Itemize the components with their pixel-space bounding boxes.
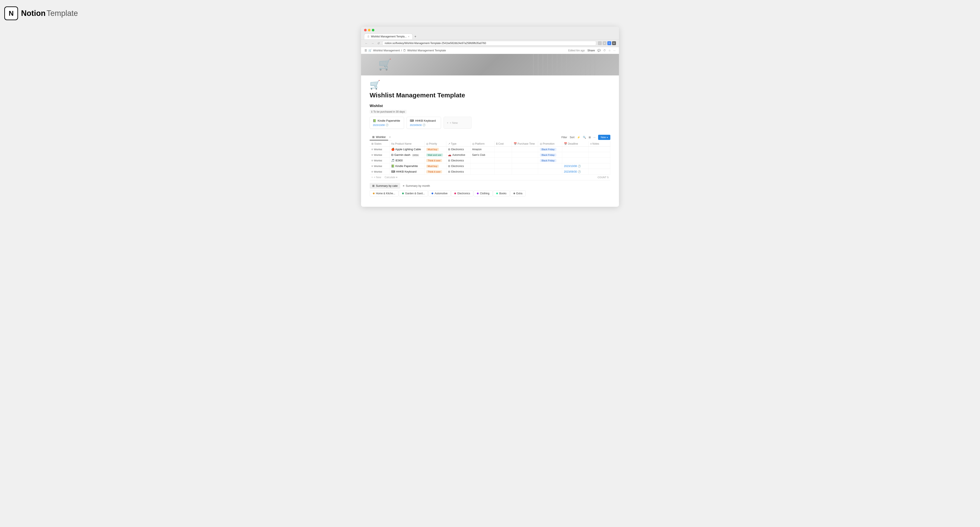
th-product-icon: Aa bbox=[391, 142, 395, 145]
th-product[interactable]: Aa Product Name bbox=[390, 141, 425, 146]
state-dot-4 bbox=[371, 171, 373, 173]
cat-dot-2 bbox=[431, 193, 433, 194]
category-item-4[interactable]: Clothing bbox=[474, 190, 493, 196]
summary-tab-month[interactable]: ≡ Summary by month bbox=[400, 183, 433, 189]
kanban-card-title-0: 📗 Kindle Paperwhite bbox=[373, 119, 401, 122]
share-button[interactable]: Share bbox=[587, 49, 595, 52]
th-priority[interactable]: ◎ Priority bbox=[424, 141, 446, 146]
th-states[interactable]: ⊞ States bbox=[370, 141, 390, 146]
promo-4 bbox=[538, 169, 562, 175]
browser-tab-active[interactable]: 🗒 Wishlist Management Templa... × bbox=[364, 33, 413, 39]
nav-refresh-btn[interactable]: ↺ bbox=[377, 41, 380, 45]
view-tab-add[interactable]: + bbox=[388, 134, 392, 140]
th-purchase-icon: 📅 bbox=[514, 142, 517, 145]
view-tab-wishlist[interactable]: ⊞ Wishlist bbox=[370, 134, 388, 140]
comment-icon[interactable]: 💬 bbox=[597, 49, 601, 52]
kanban-card-title-1: ⌨ HHKB Keyboard bbox=[410, 119, 438, 122]
kanban-card-1[interactable]: ⌨ HHKB Keyboard 2023/09/30 🕐 bbox=[407, 117, 441, 129]
category-item-2[interactable]: Automotive bbox=[428, 190, 451, 196]
th-deadline[interactable]: 📅 Deadline bbox=[562, 141, 589, 146]
traffic-light-close[interactable] bbox=[364, 29, 367, 31]
breadcrumb-item-2-text[interactable]: Wishlist Management Template bbox=[407, 49, 446, 52]
history-icon[interactable]: ⏱ bbox=[603, 49, 606, 52]
notion-toolbar: ☰ 🛒 Wishlist Management / 🗒 Wishlist Man… bbox=[361, 47, 619, 54]
kanban-add-card[interactable]: + + New bbox=[444, 117, 471, 129]
state-tag-0: Wishlist bbox=[371, 148, 382, 151]
view-tab-label-0: Wishlist bbox=[376, 135, 385, 139]
category-item-6[interactable]: Extra bbox=[510, 190, 526, 196]
platform-2 bbox=[470, 158, 494, 163]
more-table-btn[interactable]: ··· bbox=[593, 136, 595, 139]
breadcrumb-item-1[interactable]: Wishlist Management bbox=[373, 49, 400, 52]
more-icon[interactable]: ··· bbox=[613, 49, 616, 52]
state-tag-3: Wishlist bbox=[371, 165, 382, 167]
tab-add-btn[interactable]: + bbox=[414, 35, 416, 38]
cost-4 bbox=[494, 169, 512, 175]
grid-btn[interactable]: ⊞ bbox=[589, 136, 591, 139]
traffic-light-minimize[interactable] bbox=[368, 29, 371, 31]
cat-label-4: Clothing bbox=[480, 192, 489, 195]
section-filter-tag[interactable]: ℹ To be purchased in 30 days bbox=[370, 110, 407, 114]
category-item-1[interactable]: Garden & Gard... bbox=[399, 190, 428, 196]
traffic-light-fullscreen[interactable] bbox=[372, 29, 374, 31]
nav-forward-btn[interactable]: → bbox=[370, 41, 375, 45]
nav-back-btn[interactable]: ← bbox=[364, 41, 369, 45]
kanban-card-0[interactable]: 📗 Kindle Paperwhite 2023/10/08 🕐 bbox=[370, 117, 404, 129]
th-type[interactable]: ↗ Type bbox=[446, 141, 470, 146]
th-notes[interactable]: ≡ Notes bbox=[589, 141, 610, 146]
lightning-btn[interactable]: ⚡ bbox=[577, 136, 580, 139]
th-purchase[interactable]: 📅 Purchase Time bbox=[512, 141, 538, 146]
summary-tab-label-0: Summary by cate bbox=[376, 184, 398, 188]
type-icon-2: ⊟ bbox=[448, 159, 450, 162]
category-item-3[interactable]: Electronics bbox=[451, 190, 473, 196]
table-row[interactable]: Wishlist 🍎 Apple Lighting Cable Must buy bbox=[370, 146, 610, 152]
sort-button[interactable]: Sort bbox=[570, 136, 574, 139]
category-row: Home & Kitche... Garden & Gard... Automo… bbox=[370, 189, 610, 198]
calculate-btn[interactable]: Calculate ▾ bbox=[385, 176, 397, 179]
add-row-btn[interactable]: + + New bbox=[371, 176, 381, 179]
summary-tab-icon-1: ≡ bbox=[403, 184, 404, 188]
promo-tag-1: Black Friday bbox=[540, 153, 557, 156]
browser-icon-1[interactable]: ↑ bbox=[598, 41, 602, 45]
breadcrumb-separator: / bbox=[401, 49, 402, 52]
state-dot-2 bbox=[371, 160, 373, 161]
browser-icon-2[interactable]: ★ bbox=[603, 41, 606, 45]
tab-close-btn[interactable]: × bbox=[408, 35, 409, 38]
summary-tab-cate[interactable]: ⊞ Summary by cate bbox=[370, 183, 400, 189]
category-item-0[interactable]: Home & Kitche... bbox=[370, 190, 398, 196]
state-tag-2: Wishlist bbox=[371, 159, 382, 162]
table-row[interactable]: Wishlist 📗 Kindle Paperwhite Must buy bbox=[370, 163, 610, 169]
th-cost[interactable]: $ Cost bbox=[494, 141, 512, 146]
cat-label-6: Extra bbox=[516, 192, 522, 195]
cost-1 bbox=[494, 152, 512, 158]
product-icon-0: 🍎 bbox=[391, 148, 395, 151]
filter-button[interactable]: Filter bbox=[562, 136, 567, 139]
new-record-button[interactable]: New ▾ bbox=[598, 135, 610, 140]
category-item-5[interactable]: Books bbox=[493, 190, 509, 196]
type-icon-3: ⊟ bbox=[448, 165, 450, 168]
notes-0 bbox=[589, 146, 610, 152]
table-row[interactable]: Wishlist ⌨ HHKB Keyboard Think it over bbox=[370, 169, 610, 175]
section-title: Wishlist bbox=[370, 104, 610, 108]
cat-dot-4 bbox=[477, 193, 479, 194]
th-promotion[interactable]: ◎ Promotion bbox=[538, 141, 562, 146]
menu-icon[interactable]: ☰ bbox=[364, 49, 367, 52]
table-row[interactable]: Wishlist 🎵 IE900 Think it over ⊟ bbox=[370, 158, 610, 163]
deadline-2 bbox=[562, 158, 589, 163]
add-row-icon: + bbox=[371, 176, 373, 179]
table-row[interactable]: Wishlist ⊟ Garmin dash OPEN Wait and see bbox=[370, 152, 610, 158]
platform-3 bbox=[470, 163, 494, 169]
kanban-card-icon-0: 📗 bbox=[373, 119, 376, 122]
th-deadline-icon: 📅 bbox=[564, 142, 567, 145]
address-bar[interactable]: notion.so/fivekey/Wishlist-Management-Te… bbox=[382, 41, 596, 46]
th-platform[interactable]: ◎ Platform bbox=[470, 141, 494, 146]
browser-icon-ext[interactable]: ⊞ bbox=[612, 41, 616, 45]
search-btn[interactable]: 🔍 bbox=[583, 136, 586, 139]
purchase-0 bbox=[512, 146, 538, 152]
favorite-icon[interactable]: ☆ bbox=[608, 49, 611, 52]
view-tabs: ⊞ Wishlist + bbox=[370, 134, 392, 140]
browser-icon-3[interactable]: R bbox=[607, 41, 611, 45]
view-tab-icon-0: ⊞ bbox=[372, 135, 375, 139]
notion-toolbar-right: Edited 6m ago Share 💬 ⏱ ☆ ··· bbox=[568, 49, 616, 52]
th-platform-icon: ◎ bbox=[472, 142, 474, 145]
